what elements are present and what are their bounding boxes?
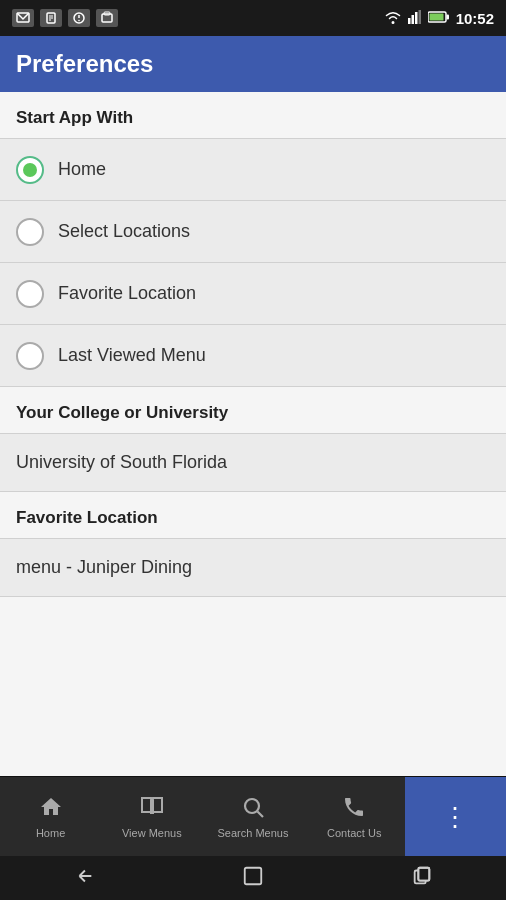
svg-rect-16 [429,14,443,21]
radio-button-favorite-location[interactable] [16,280,44,308]
nav-search-menus[interactable]: Search Menus [202,777,303,856]
home-icon [39,795,63,823]
notification-icon-4 [96,9,118,27]
recents-button[interactable] [411,865,433,892]
radio-button-select-locations[interactable] [16,218,44,246]
nav-home[interactable]: Home [0,777,101,856]
svg-rect-13 [418,10,421,24]
page-title: Preferences [16,50,153,78]
search-icon [241,795,265,823]
radio-label-select-locations: Select Locations [58,221,190,242]
radio-home[interactable]: Home [0,139,506,201]
section-header-favorite: Favorite Location [16,508,158,527]
book-icon [140,795,164,823]
notification-icon-1 [12,9,34,27]
section-header-college: Your College or University [16,403,228,422]
main-content: Start App With Home Select Locations Fav… [0,92,506,776]
notification-icon-2 [40,9,62,27]
radio-label-last-viewed: Last Viewed Menu [58,345,206,366]
section-favorite: Favorite Location [0,492,506,538]
clock: 10:52 [456,10,494,27]
system-nav [0,856,506,900]
svg-rect-19 [245,867,262,884]
bottom-nav: Home View Menus Search Menus Contact Us [0,776,506,856]
section-college: Your College or University [0,387,506,433]
nav-contact-us[interactable]: Contact Us [304,777,405,856]
favorite-location-value[interactable]: menu - Juniper Dining [0,539,506,597]
notification-icon-3 [68,9,90,27]
radio-button-home[interactable] [16,156,44,184]
radio-button-last-viewed[interactable] [16,342,44,370]
status-icons-right: 10:52 [384,10,494,27]
svg-point-17 [245,799,259,813]
more-icon: ⋮ [442,804,468,830]
signal-icon [408,10,422,27]
nav-contact-us-label: Contact Us [327,827,381,839]
college-value[interactable]: University of South Florida [0,434,506,492]
svg-rect-10 [408,18,411,24]
svg-rect-12 [415,12,418,24]
battery-icon [428,10,450,26]
phone-icon [342,795,366,823]
svg-rect-15 [446,15,449,20]
svg-rect-21 [418,867,429,880]
home-button[interactable] [242,865,264,892]
radio-label-favorite-location: Favorite Location [58,283,196,304]
status-icons-left [12,9,118,27]
radio-favorite-location[interactable]: Favorite Location [0,263,506,325]
nav-view-menus[interactable]: View Menus [101,777,202,856]
nav-more[interactable]: ⋮ [405,777,506,856]
radio-label-home: Home [58,159,106,180]
status-bar: 10:52 [0,0,506,36]
svg-rect-11 [411,15,414,24]
back-button[interactable] [73,865,95,892]
section-start-app-with: Start App With [0,92,506,138]
nav-view-menus-label: View Menus [122,827,182,839]
action-bar: Preferences [0,36,506,92]
svg-line-18 [258,811,264,817]
wifi-icon [384,10,402,27]
nav-search-menus-label: Search Menus [218,827,289,839]
radio-last-viewed[interactable]: Last Viewed Menu [0,325,506,387]
nav-home-label: Home [36,827,65,839]
radio-select-locations[interactable]: Select Locations [0,201,506,263]
section-header-start-app: Start App With [16,108,133,127]
svg-point-7 [78,20,80,22]
